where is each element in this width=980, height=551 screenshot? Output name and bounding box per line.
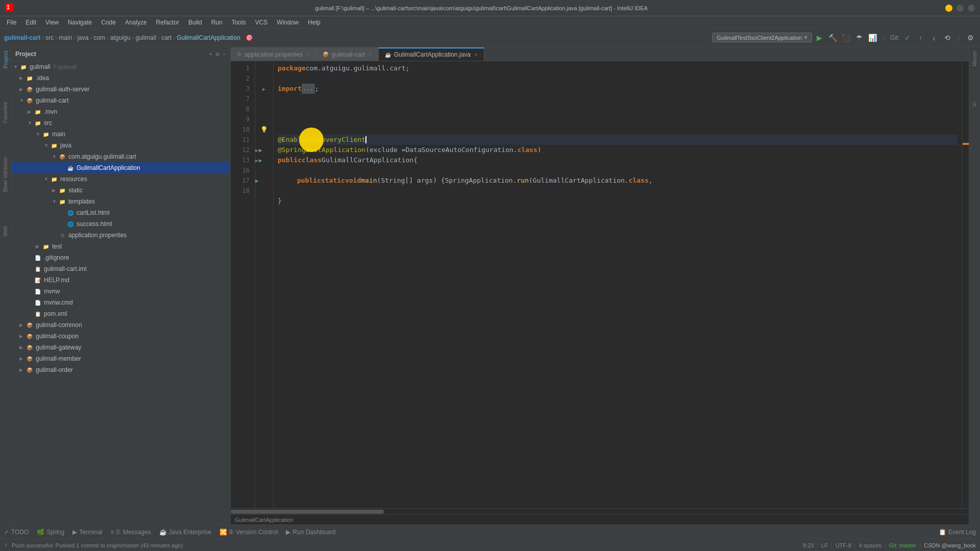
- tree-item-success[interactable]: ▶ 🌐 success.html: [11, 218, 230, 230]
- menu-item-tools[interactable]: Tools: [228, 18, 250, 27]
- stop-button[interactable]: ⬛: [841, 32, 852, 43]
- run-gutter-icon2[interactable]: ▶: [259, 157, 262, 164]
- tab-close-button[interactable]: ✕: [368, 52, 372, 57]
- tree-item-mvnw[interactable]: ▶ 📄 mvnw: [11, 286, 230, 297]
- tree-item-app-properties[interactable]: ▶ ⚙ application.properties: [11, 230, 230, 241]
- tree-item-order[interactable]: ▶ 📦 gulimall-order: [11, 364, 230, 375]
- git-history-button[interactable]: ⟲: [942, 32, 953, 43]
- menu-item-view[interactable]: View: [41, 18, 63, 27]
- tree-item-gulimall[interactable]: ▼ 📁 gulimall F:\gulimall: [11, 61, 230, 72]
- bottom-tab-event-log[interactable]: 📋 Event Log: [935, 525, 980, 539]
- menu-item-refactor[interactable]: Refactor: [152, 18, 183, 27]
- bottom-tab-java-enterprise[interactable]: ☕ Java Enterprise: [155, 525, 215, 539]
- settings-button[interactable]: ⚙: [965, 32, 976, 43]
- code-area[interactable]: package com.atguigu.gulimall.cart; impor…: [274, 61, 962, 508]
- bean-validation-icon[interactable]: Bean Validation: [3, 157, 8, 192]
- git-update-button[interactable]: ↓: [928, 32, 940, 43]
- tree-item-templates[interactable]: ▼ 📁 templates: [11, 196, 230, 207]
- project-view-icon[interactable]: Project: [3, 51, 9, 68]
- gradle-icon[interactable]: G: [973, 101, 976, 108]
- menu-item-window[interactable]: Window: [273, 18, 303, 27]
- web-icon[interactable]: Web: [3, 226, 8, 236]
- favorites-icon[interactable]: Favorites: [3, 102, 8, 123]
- menu-item-build[interactable]: Build: [184, 18, 206, 27]
- tab-main-class[interactable]: ☕ GulimallCartApplication.java ✕: [379, 47, 484, 61]
- indent-setting[interactable]: 4 spaces: [859, 542, 881, 548]
- tree-item-iml[interactable]: ▶ 📋 gulimall-cart.iml: [11, 263, 230, 274]
- git-push-button[interactable]: ↑: [915, 32, 926, 43]
- run-config-selector[interactable]: GulimallTestSsoClient2Application ▼: [712, 33, 812, 42]
- tree-item-mvnw-cmd[interactable]: ▶ 📄 mvnw.cmd: [11, 297, 230, 308]
- tree-item-pom[interactable]: ▶ 📋 pom.xml: [11, 308, 230, 319]
- breadcrumb-classname[interactable]: GulimallCartApplication: [177, 34, 240, 41]
- tree-item-auth-server[interactable]: ▶ 📦 gulimall-auth-server: [11, 84, 230, 95]
- bottom-tab-run-dashboard[interactable]: ▶ Run Dashboard: [282, 525, 339, 539]
- panel-minimize-icon[interactable]: —: [223, 51, 226, 58]
- breadcrumb-cart[interactable]: cart: [161, 34, 172, 41]
- tab-gulimall-cart[interactable]: 📦 gulimall-cart ✕: [316, 47, 379, 61]
- maven-icon[interactable]: Maven: [972, 51, 977, 66]
- editor-scrollbar[interactable]: [231, 508, 969, 514]
- tree-item-mvn[interactable]: ▶ 📁 .mvn: [11, 106, 230, 117]
- menu-item-file[interactable]: File: [3, 18, 20, 27]
- breadcrumb-gulimall[interactable]: gulimall: [135, 34, 156, 41]
- tab-application-properties[interactable]: ⚙ application.properties ✕: [231, 47, 316, 61]
- cursor-position[interactable]: 9:23: [803, 542, 814, 548]
- tree-item-resources[interactable]: ▼ 📁 resources: [11, 173, 230, 185]
- tab-close-button[interactable]: ✕: [306, 52, 310, 57]
- tree-item-test[interactable]: ▶ 📁 test: [11, 241, 230, 252]
- panel-expand-icon[interactable]: ▾: [209, 51, 212, 58]
- maximize-button[interactable]: [957, 5, 964, 12]
- tree-item-coupon[interactable]: ▶ 📦 gulimall-coupon: [11, 331, 230, 342]
- menu-item-navigate[interactable]: Navigate: [64, 18, 96, 27]
- run-method-icon[interactable]: ▶: [255, 178, 259, 184]
- encoding[interactable]: UTF-8: [836, 542, 851, 548]
- tree-item-src[interactable]: ▼ 📁 src: [11, 117, 230, 129]
- panel-settings-icon[interactable]: ⚙: [216, 51, 219, 58]
- scrollbar-thumb[interactable]: [231, 510, 384, 514]
- menu-item-analyze[interactable]: Analyze: [121, 18, 151, 27]
- tree-item-help[interactable]: ▶ 📝 HELP.md: [11, 274, 230, 286]
- fold-icon-class[interactable]: ▶: [255, 147, 258, 153]
- breadcrumb-atguigu[interactable]: atguigu: [110, 34, 130, 41]
- menu-item-run[interactable]: Run: [207, 18, 227, 27]
- fold-icon[interactable]: ▶: [262, 86, 265, 92]
- git-branch[interactable]: Git: master: [889, 542, 917, 548]
- tree-item-main[interactable]: ▼ 📁 main: [11, 129, 230, 140]
- close-button[interactable]: [968, 5, 975, 12]
- menu-item-edit[interactable]: Edit: [21, 18, 40, 27]
- menu-item-code[interactable]: Code: [97, 18, 120, 27]
- tree-item-common[interactable]: ▶ 📦 gulimall-common: [11, 319, 230, 331]
- tree-item-package[interactable]: ▼ 📦 com.atguigu.gulimall.cart: [11, 151, 230, 162]
- bottom-tab-spring[interactable]: 🌿 Spring: [33, 525, 68, 539]
- tree-item-idea[interactable]: ▶ 📁 .idea: [11, 72, 230, 84]
- breadcrumb-src[interactable]: src: [45, 34, 54, 41]
- git-commit-button[interactable]: ✓: [902, 32, 913, 43]
- breadcrumb-project[interactable]: gulimall-cart: [4, 34, 40, 41]
- bottom-tab-version-control[interactable]: 🔀 9: Version Control: [215, 525, 282, 539]
- line-separator[interactable]: LF: [821, 542, 828, 548]
- tree-item-static[interactable]: ▶ 📁 static: [11, 185, 230, 196]
- build-button[interactable]: 🔨: [827, 32, 839, 43]
- coverage-button[interactable]: ☂: [854, 32, 865, 43]
- tree-item-cart[interactable]: ▼ 📦 gulimall-cart: [11, 95, 230, 106]
- tab-close-button[interactable]: ✕: [474, 52, 478, 58]
- run-button[interactable]: ▶: [814, 32, 825, 43]
- tree-item-gateway[interactable]: ▶ 📦 gulimall-gateway: [11, 342, 230, 353]
- bottom-tab-messages[interactable]: ≡ 0: Messages: [107, 525, 155, 539]
- breadcrumb-com[interactable]: com: [93, 34, 105, 41]
- breadcrumb-java[interactable]: java: [77, 34, 88, 41]
- breadcrumb-main[interactable]: main: [59, 34, 72, 41]
- minimize-button[interactable]: [945, 5, 952, 12]
- profile-button[interactable]: 📊: [867, 32, 878, 43]
- fold-icon-class2[interactable]: ▶: [255, 158, 258, 163]
- bottom-tab-terminal[interactable]: ▶ Terminal: [68, 525, 106, 539]
- run-gutter-icon[interactable]: ▶: [259, 147, 262, 154]
- tree-item-gitignore[interactable]: ▶ 📄 .gitignore: [11, 252, 230, 263]
- tree-item-cartlist[interactable]: ▶ 🌐 cartList.html: [11, 207, 230, 218]
- tree-item-java[interactable]: ▼ 📁 java: [11, 140, 230, 151]
- menu-item-vcs[interactable]: VCS: [251, 18, 272, 27]
- editor-content[interactable]: 1 2 3 7 8 9 10 11 12 13 16 17 18: [231, 61, 969, 508]
- menu-item-help[interactable]: Help: [304, 18, 325, 27]
- tree-item-member[interactable]: ▶ 📦 gulimall-member: [11, 353, 230, 364]
